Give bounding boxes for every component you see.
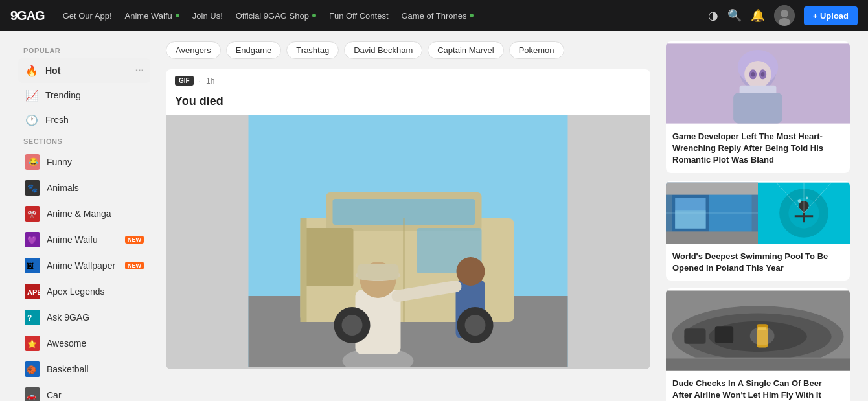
rs-pool-left: [666, 181, 758, 246]
popular-section-title: POPULAR: [18, 41, 150, 58]
search-icon[interactable]: 🔍: [727, 8, 742, 23]
svg-rect-84: [666, 358, 850, 371]
basketball-label: Basketball: [47, 364, 144, 374]
car-thumb: 🚗: [25, 387, 40, 401]
upload-button[interactable]: + Upload: [804, 6, 858, 25]
sidebar-item-funny[interactable]: 😂 Funny: [18, 149, 150, 175]
tag-avengers[interactable]: Avengers: [166, 41, 221, 59]
anime-waifu-label: Anime Waifu: [47, 235, 117, 245]
post-title: You died: [166, 92, 650, 115]
new-badge: NEW: [125, 262, 144, 269]
post-time-value: 1h: [206, 76, 214, 86]
sidebar-item-ask9gag[interactable]: ? Ask 9GAG: [18, 304, 150, 330]
rs-card-2[interactable]: World's Deepest Swimming Pool To Be Open…: [666, 181, 850, 281]
post-card: GIF · 1h You died: [166, 69, 650, 369]
rs-card-1-title: Game Developer Left The Most Heart-Wrenc…: [666, 126, 850, 173]
nav-shop[interactable]: Official 9GAG Shop: [236, 11, 316, 21]
trending-icon: 📈: [25, 88, 39, 102]
logo[interactable]: 9GAG: [10, 8, 45, 23]
avatar[interactable]: [774, 5, 795, 26]
svg-text:😂: 😂: [29, 157, 38, 166]
svg-point-37: [457, 257, 485, 286]
svg-text:🏀: 🏀: [27, 365, 36, 374]
new-badge: NEW: [125, 236, 144, 244]
rs-card-3[interactable]: Dude Checks In A Single Can Of Beer Afte…: [666, 288, 850, 401]
svg-point-83: [750, 327, 775, 345]
svg-text:🐾: 🐾: [27, 183, 38, 194]
gif-badge: GIF: [175, 76, 194, 86]
rs-card-3-image: [666, 288, 850, 372]
sidebar-item-trending[interactable]: 📈 Trending: [18, 83, 150, 108]
sidebar-hot-label: Hot: [45, 65, 129, 76]
sidebar-item-awesome[interactable]: ⭐ Awesome: [18, 330, 150, 356]
sidebar-item-car[interactable]: 🚗 Car: [18, 382, 150, 401]
tag-trashtag[interactable]: Trashtag: [286, 41, 339, 59]
svg-rect-62: [666, 231, 758, 244]
sections-title: SECTIONS: [18, 132, 150, 149]
sidebar-item-anime-wallpaper[interactable]: 🖼 Anime Wallpaper NEW: [18, 253, 150, 279]
post-image[interactable]: [166, 115, 650, 369]
theme-toggle-icon[interactable]: ◑: [708, 8, 718, 23]
notification-icon[interactable]: 🔔: [751, 8, 765, 23]
nav-anime-waifu[interactable]: Anime Waifu: [125, 11, 179, 21]
live-dot: [176, 14, 179, 17]
sidebar-item-apex[interactable]: APEX Apex Legends: [18, 279, 150, 304]
fire-icon: 🔥: [25, 63, 39, 78]
svg-point-2: [779, 18, 790, 26]
funny-thumb: 😂: [25, 154, 40, 170]
rs-card-1[interactable]: Game Developer Left The Most Heart-Wrenc…: [666, 41, 850, 173]
live-dot: [470, 14, 474, 17]
svg-rect-35: [358, 264, 399, 280]
sidebar: POPULAR 🔥 Hot ··· 📈 Trending 🕐 Fresh SEC…: [13, 41, 155, 401]
rs-card-2-images: [666, 181, 850, 246]
apex-thumb: APEX: [25, 284, 40, 299]
tag-captain-marvel[interactable]: Captain Marvel: [428, 41, 503, 59]
svg-rect-54: [666, 43, 850, 123]
layout: POPULAR 🔥 Hot ··· 📈 Trending 🕐 Fresh SEC…: [13, 31, 855, 401]
anime-wallpaper-thumb: 🖼: [25, 258, 40, 273]
sidebar-item-fresh[interactable]: 🕐 Fresh: [18, 108, 150, 132]
fresh-icon: 🕐: [25, 113, 39, 127]
svg-text:APEX: APEX: [27, 288, 40, 296]
more-icon[interactable]: ···: [135, 65, 144, 76]
post-image-svg: [166, 115, 650, 367]
rs-card-2-title: World's Deepest Swimming Pool To Be Open…: [666, 246, 850, 281]
sidebar-item-basketball[interactable]: 🏀 Basketball: [18, 356, 150, 382]
nav-fun-off[interactable]: Fun Off Contest: [329, 11, 389, 21]
nav-get-app[interactable]: Get Our App!: [63, 11, 112, 21]
main-content: Avengers Endgame Trashtag David Beckham …: [155, 41, 661, 401]
sidebar-fresh-label: Fresh: [45, 115, 144, 125]
nav-game-of-thrones[interactable]: Game of Thrones: [402, 11, 474, 21]
svg-point-70: [806, 196, 808, 199]
animals-thumb: 🐾: [25, 180, 40, 196]
svg-text:💜: 💜: [27, 235, 37, 245]
post-time: ·: [199, 76, 201, 86]
animals-label: Animals: [47, 183, 144, 193]
header-right: ◑ 🔍 🔔 + Upload: [708, 5, 858, 26]
tag-david-beckham[interactable]: David Beckham: [344, 41, 422, 59]
svg-text:⭐: ⭐: [27, 339, 37, 349]
svg-rect-61: [666, 182, 758, 194]
anime-manga-thumb: 🎌: [25, 206, 40, 222]
ask9gag-label: Ask 9GAG: [47, 312, 144, 323]
sidebar-item-animals[interactable]: 🐾 Animals: [18, 175, 150, 201]
apex-label: Apex Legends: [47, 286, 144, 297]
svg-rect-79: [715, 326, 733, 343]
tag-pokemon[interactable]: Pokemon: [509, 41, 564, 59]
svg-point-69: [798, 199, 802, 203]
nav-join-us[interactable]: Join Us!: [192, 11, 223, 21]
sidebar-item-hot[interactable]: 🔥 Hot ···: [18, 58, 150, 83]
post-meta: GIF · 1h: [166, 69, 650, 92]
basketball-thumb: 🏀: [25, 361, 40, 377]
sidebar-item-anime-waifu[interactable]: 💜 Anime Waifu NEW: [18, 227, 150, 253]
awesome-thumb: ⭐: [25, 336, 40, 351]
sidebar-item-anime-manga[interactable]: 🎌 Anime & Manga: [18, 201, 150, 227]
anime-manga-label: Anime & Manga: [47, 209, 144, 219]
svg-point-43: [465, 315, 486, 336]
rs-card-1-image: [666, 41, 850, 126]
anime-waifu-thumb: 💜: [25, 232, 40, 247]
funny-label: Funny: [47, 157, 144, 167]
rs-card-3-title: Dude Checks In A Single Can Of Beer Afte…: [666, 372, 850, 401]
svg-rect-28: [302, 228, 354, 286]
tag-endgame[interactable]: Endgame: [226, 41, 282, 59]
